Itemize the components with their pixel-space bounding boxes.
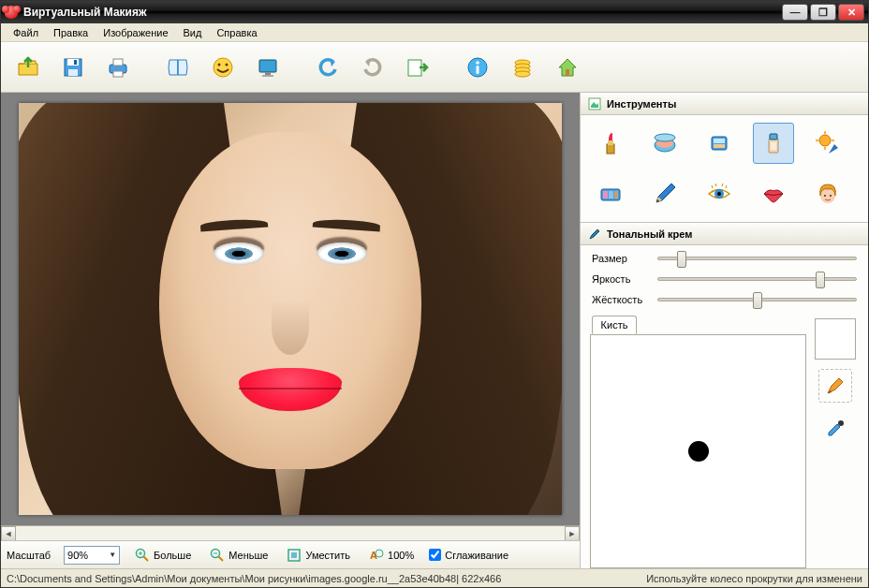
menu-4[interactable]: Справка [210, 25, 263, 40]
tb-save-button[interactable] [53, 48, 93, 87]
zoom-100-button[interactable]: A100% [365, 546, 418, 565]
hard-slider[interactable] [657, 298, 857, 301]
hundred-icon: A [369, 548, 384, 563]
tb-undo-button[interactable] [308, 48, 347, 87]
close-button[interactable]: ✕ [838, 4, 864, 21]
zoom-fit-button[interactable]: Уместить [283, 546, 354, 565]
app-icon [5, 6, 18, 19]
undo-icon [315, 54, 341, 81]
tool-sun[interactable] [807, 123, 848, 164]
print-icon [105, 54, 131, 81]
brush-select-button[interactable] [818, 369, 852, 403]
tb-screen-button[interactable] [248, 48, 287, 87]
zoom-in-label: Больше [154, 550, 191, 561]
tb-smile-button[interactable] [203, 48, 243, 87]
menu-3[interactable]: Вид [177, 25, 209, 40]
svg-rect-2 [68, 69, 78, 76]
tb-album-button[interactable] [158, 48, 198, 87]
svg-line-28 [219, 556, 224, 561]
minimize-button[interactable]: — [782, 4, 808, 21]
hard-label: Жёсткость [592, 294, 650, 305]
zoom-in-button[interactable]: Больше [131, 546, 195, 565]
tool-lipstick[interactable] [590, 123, 631, 164]
photo-brow-right [313, 218, 381, 232]
photo-eye-right [317, 243, 367, 265]
svg-point-39 [655, 134, 675, 141]
tb-apply-button[interactable] [398, 48, 437, 87]
tool-pencil[interactable] [644, 173, 685, 214]
canvas-viewport[interactable] [1, 93, 580, 525]
tool-blush[interactable] [644, 123, 685, 164]
size-slider[interactable] [657, 257, 857, 260]
svg-rect-1 [67, 59, 79, 66]
photo[interactable] [19, 103, 562, 515]
menu-2[interactable]: Изображение [96, 25, 174, 40]
svg-line-24 [144, 556, 149, 561]
tb-home-button[interactable] [548, 48, 587, 87]
zoom-100-label: 100% [388, 550, 414, 561]
scale-select[interactable]: 90% [64, 546, 120, 565]
props-panel: Размер Яркость Жёсткость [581, 245, 868, 309]
svg-rect-12 [265, 72, 271, 75]
scroll-right-button[interactable]: ► [565, 526, 580, 541]
svg-rect-52 [603, 191, 608, 198]
sun-icon [814, 129, 842, 157]
svg-point-10 [226, 63, 228, 66]
color-swatch[interactable] [815, 318, 856, 360]
tb-redo-button[interactable] [353, 48, 392, 87]
svg-rect-54 [614, 191, 618, 198]
smoothing-checkbox[interactable]: Сглаживание [429, 549, 508, 561]
eyedropper-button[interactable] [818, 412, 852, 446]
brush-header-icon [588, 228, 601, 241]
svg-rect-45 [771, 142, 776, 150]
pencil-icon [651, 180, 679, 208]
svg-rect-42 [714, 144, 725, 148]
tb-print-button[interactable] [98, 48, 138, 87]
brush-side-tools [812, 316, 859, 568]
horizontal-scrollbar[interactable]: ◄ ► [1, 525, 580, 540]
photo-eye-left [214, 243, 264, 265]
svg-point-63 [830, 195, 832, 197]
svg-rect-35 [607, 144, 614, 154]
svg-rect-6 [113, 71, 123, 77]
svg-rect-5 [113, 59, 123, 66]
statusbar: C:\Documents and Settings\Admin\Мои доку… [1, 568, 868, 587]
bright-row: Яркость [592, 273, 857, 285]
maximize-button[interactable]: ❐ [810, 4, 836, 21]
tb-coins-button[interactable] [503, 48, 542, 87]
svg-line-58 [715, 184, 716, 186]
zoom-out-label: Меньше [228, 550, 268, 561]
svg-point-56 [717, 192, 721, 196]
tool-powder[interactable] [699, 123, 740, 164]
main-toolbar [1, 42, 868, 93]
scroll-track[interactable] [16, 526, 565, 540]
svg-rect-14 [408, 60, 421, 76]
svg-line-60 [726, 185, 727, 188]
zoom-out-button[interactable]: Меньше [206, 546, 272, 565]
size-row: Размер [592, 253, 857, 264]
svg-point-8 [214, 58, 232, 77]
album-icon [165, 54, 191, 81]
tool-eye[interactable] [699, 173, 740, 214]
scroll-left-button[interactable]: ◄ [1, 526, 16, 541]
tool-hair[interactable] [807, 173, 848, 214]
foundation-icon [759, 129, 788, 157]
bright-slider[interactable] [657, 277, 857, 281]
photo-lips [239, 368, 342, 411]
menu-0[interactable]: Файл [7, 25, 45, 40]
photo-face [159, 132, 421, 469]
tb-info-button[interactable] [458, 48, 497, 87]
menu-1[interactable]: Правка [47, 25, 95, 40]
tool-eyeshadow[interactable] [590, 173, 631, 214]
coins-icon [509, 54, 536, 81]
tools-grid [581, 115, 868, 223]
tb-open-button[interactable] [8, 48, 48, 87]
tool-lips[interactable] [753, 173, 794, 214]
home-icon [554, 54, 581, 81]
tool-foundation[interactable] [753, 123, 794, 164]
lipstick-icon [597, 129, 625, 157]
props-header: Тональный крем [581, 223, 868, 245]
info-icon [464, 54, 491, 81]
brush-tab[interactable]: Кисть [592, 316, 637, 334]
smoothing-input[interactable] [429, 549, 441, 561]
